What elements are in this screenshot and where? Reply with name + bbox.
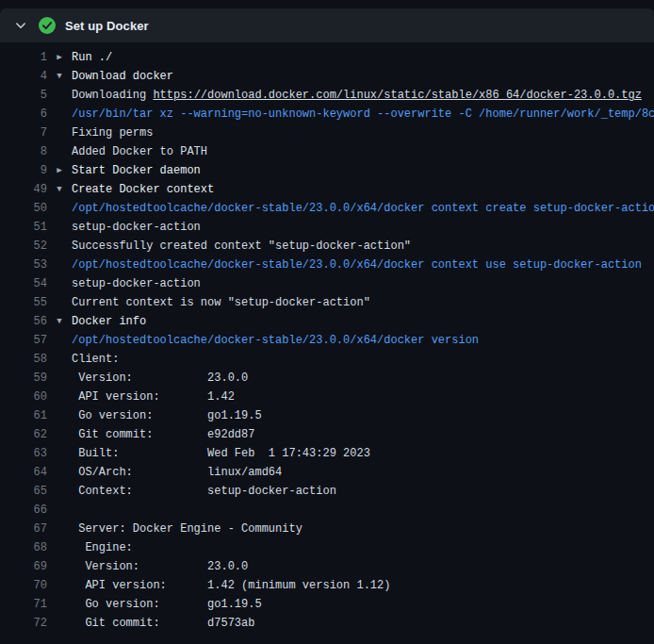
line-number[interactable]: 65 [0,482,47,501]
log-command-text: /opt/hostedtoolcache/docker-stable/23.0.… [72,331,479,350]
line-number[interactable]: 1 [0,48,47,67]
line-number[interactable]: 58 [0,350,47,369]
log-text: Fixing perms [72,124,153,142]
line-number[interactable]: 8 [0,142,47,161]
line-number[interactable]: 59 [0,369,47,388]
log-text: Version: 23.0.0 [72,369,248,388]
log-text: Successfully created context "setup-dock… [72,237,411,256]
log-text: Git commit: d7573ab [72,614,254,633]
collapse-group-icon[interactable]: ▼ [47,67,72,86]
gutter-spacer [47,369,72,388]
log-line: 57/opt/hostedtoolcache/docker-stable/23.… [0,331,654,350]
gutter-spacer [47,463,72,482]
log-line: 65 Context: setup-docker-action [0,482,654,501]
line-number[interactable]: 63 [0,444,47,463]
collapse-group-icon[interactable]: ▼ [47,312,72,331]
log-text: API version: 1.42 (minimum version 1.12) [72,576,390,595]
line-number[interactable]: 50 [0,199,47,218]
log-text: Server: Docker Engine - Community [72,520,302,538]
line-number[interactable]: 69 [0,557,47,576]
chevron-down-icon[interactable] [13,18,28,33]
gutter-spacer [47,538,72,557]
log-text: Added Docker to PATH [72,142,207,161]
line-number[interactable]: 4 [0,67,47,86]
line-number[interactable]: 51 [0,218,47,237]
gutter-spacer [47,218,72,237]
log-line[interactable]: 1▶Run ./ [0,48,654,67]
log-line: 66 [0,501,654,520]
log-text: Create Docker context [72,180,214,199]
log-command-text: /usr/bin/tar xz --warning=no-unknown-key… [72,105,654,124]
gutter-spacer [47,256,72,274]
log-text: Git commit: e92dd87 [72,425,254,444]
line-number[interactable]: 64 [0,463,47,482]
log-line: 52Successfully created context "setup-do… [0,237,654,256]
line-number[interactable]: 72 [0,614,47,633]
line-number[interactable]: 68 [0,538,47,557]
log-line: 69 Version: 23.0.0 [0,557,654,576]
log-line: 60 API version: 1.42 [0,388,654,406]
line-number[interactable]: 7 [0,124,47,142]
log-line[interactable]: 9▶Start Docker daemon [0,161,654,180]
log-text: Current context is now "setup-docker-act… [72,293,370,312]
log-text: setup-docker-action [72,274,201,293]
log-text: Version: 23.0.0 [72,557,248,576]
expand-group-icon[interactable]: ▶ [47,48,72,67]
log-line[interactable]: 49▼Create Docker context [0,180,654,199]
log-line: 63 Built: Wed Feb 1 17:43:29 2023 [0,444,654,463]
log-line: 67 Server: Docker Engine - Community [0,520,654,538]
gutter-spacer [47,124,72,142]
line-number[interactable]: 49 [0,180,47,199]
success-circle [39,17,56,34]
line-number[interactable]: 66 [0,501,47,520]
line-number[interactable]: 52 [0,237,47,256]
line-number[interactable]: 9 [0,161,47,180]
line-number[interactable]: 61 [0,406,47,425]
line-number[interactable]: 55 [0,293,47,312]
step-header[interactable]: Set up Docker [0,8,654,42]
log-text: Engine: [72,538,133,557]
log-line: 6/usr/bin/tar xz --warning=no-unknown-ke… [0,105,654,124]
gutter-spacer [47,274,72,293]
line-number[interactable]: 57 [0,331,47,350]
line-number[interactable]: 62 [0,425,47,444]
log-line[interactable]: 4▼Download docker [0,67,654,86]
log-text: Start Docker daemon [72,161,201,180]
line-number[interactable]: 56 [0,312,47,331]
line-number[interactable]: 54 [0,274,47,293]
line-number[interactable]: 70 [0,576,47,595]
gutter-spacer [47,293,72,312]
log-text: setup-docker-action [72,218,201,237]
log-line[interactable]: 56▼Docker info [0,312,654,331]
gutter-spacer [47,142,72,161]
log-line: 8Added Docker to PATH [0,142,654,161]
gutter-spacer [47,331,72,350]
line-number[interactable]: 6 [0,105,47,124]
log-line: 70 API version: 1.42 (minimum version 1.… [0,576,654,595]
log-text: Downloading https://download.docker.com/… [72,86,642,105]
log-line: 51setup-docker-action [0,218,654,237]
log-text: Go version: go1.19.5 [72,406,262,425]
line-number[interactable]: 53 [0,256,47,274]
log-text: API version: 1.42 [72,388,235,406]
gutter-spacer [47,199,72,218]
line-number[interactable]: 71 [0,595,47,614]
log-line: 68 Engine: [0,538,654,557]
gutter-spacer [47,501,72,520]
download-url-link[interactable]: https://download.docker.com/linux/static… [153,89,641,102]
log-command-text: /opt/hostedtoolcache/docker-stable/23.0.… [72,199,654,218]
log-line: 64 OS/Arch: linux/amd64 [0,463,654,482]
line-number[interactable]: 67 [0,520,47,538]
log-line: 72 Git commit: d7573ab [0,614,654,633]
collapse-group-icon[interactable]: ▼ [47,180,72,199]
gutter-spacer [47,425,72,444]
line-number[interactable]: 5 [0,86,47,105]
log-text: Docker info [72,312,146,331]
gutter-spacer [47,388,72,406]
log-command-text: /opt/hostedtoolcache/docker-stable/23.0.… [72,256,642,274]
gutter-spacer [47,86,72,105]
line-number[interactable]: 60 [0,388,47,406]
log-line: 62 Git commit: e92dd87 [0,425,654,444]
gutter-spacer [47,350,72,369]
expand-group-icon[interactable]: ▶ [47,161,72,180]
